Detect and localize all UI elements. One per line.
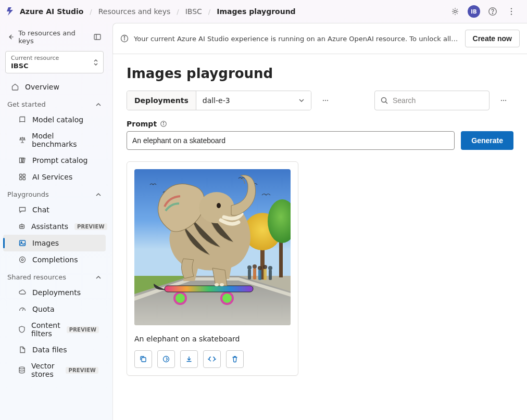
svg-point-23 bbox=[323, 100, 324, 101]
toolbar: Deployments dall-e-3 bbox=[127, 91, 513, 110]
svg-point-17 bbox=[20, 257, 26, 263]
svg-rect-6 bbox=[94, 34, 101, 40]
page-title: Images playground bbox=[127, 66, 513, 81]
breadcrumb-sep-icon: / bbox=[90, 8, 92, 16]
sidebar: To resources and keys Current resource I… bbox=[0, 23, 109, 420]
sidebar-item-deployments[interactable]: Deployments bbox=[3, 284, 106, 301]
svg-rect-15 bbox=[20, 240, 26, 246]
resource-label: Current resource bbox=[11, 55, 98, 61]
sidebar-item-vector-stores[interactable]: Vector stores PREVIEW bbox=[3, 358, 106, 382]
sidebar-section-title: Shared resources bbox=[7, 273, 66, 281]
svg-rect-9 bbox=[23, 174, 26, 177]
svg-point-44 bbox=[247, 265, 252, 270]
scales-icon bbox=[18, 135, 27, 145]
svg-point-54 bbox=[221, 292, 233, 304]
svg-rect-10 bbox=[20, 177, 22, 180]
sidebar-item-overview[interactable]: Overview bbox=[3, 79, 106, 95]
info-icon bbox=[120, 34, 129, 43]
sidebar-item-content-filters[interactable]: Content filters PREVIEW bbox=[3, 317, 106, 341]
breadcrumb-brand[interactable]: Azure AI Studio bbox=[20, 7, 83, 16]
sidebar-item-label: Images bbox=[32, 239, 59, 247]
svg-point-19 bbox=[19, 367, 24, 369]
svg-point-46 bbox=[253, 264, 257, 269]
svg-point-3 bbox=[511, 8, 512, 9]
image-icon bbox=[18, 238, 27, 248]
toolbar-more-button[interactable] bbox=[494, 91, 513, 110]
code-button[interactable] bbox=[203, 350, 221, 368]
copy-button[interactable] bbox=[134, 350, 152, 368]
sidebar-item-prompt-catalog[interactable]: Prompt catalog bbox=[3, 152, 106, 169]
svg-point-53 bbox=[174, 292, 186, 304]
result-card: An elephant on a skateboard bbox=[127, 161, 298, 376]
svg-point-50 bbox=[263, 265, 267, 269]
sidebar-section-playgrounds[interactable]: Playgrounds bbox=[0, 186, 109, 201]
breadcrumb-item[interactable]: IBSC bbox=[185, 7, 202, 16]
svg-rect-45 bbox=[253, 268, 256, 279]
sidebar-item-label: Overview bbox=[25, 83, 59, 91]
svg-point-60 bbox=[220, 283, 224, 286]
chevron-up-icon bbox=[95, 192, 102, 198]
deployment-value: dall-e-3 bbox=[203, 96, 230, 105]
sidebar-section-shared-resources[interactable]: Shared resources bbox=[0, 269, 109, 284]
download-button[interactable] bbox=[180, 350, 198, 368]
svg-rect-49 bbox=[264, 269, 267, 280]
deployment-selector[interactable]: Deployments dall-e-3 bbox=[127, 91, 311, 110]
svg-rect-47 bbox=[258, 270, 261, 280]
preview-badge: PREVIEW bbox=[66, 367, 98, 374]
generate-button[interactable]: Generate bbox=[461, 131, 513, 150]
topbar: Azure AI Studio / Resources and keys / I… bbox=[0, 0, 527, 23]
prompt-label: Prompt bbox=[127, 120, 157, 128]
svg-rect-61 bbox=[142, 358, 146, 362]
help-button[interactable] bbox=[484, 3, 501, 20]
prompt-input[interactable] bbox=[127, 131, 455, 150]
search-input[interactable] bbox=[374, 91, 490, 110]
svg-point-22 bbox=[124, 36, 125, 37]
sidebar-section-get-started[interactable]: Get started bbox=[0, 96, 109, 111]
arrow-left-icon bbox=[7, 33, 14, 41]
sidebar-item-quota[interactable]: Quota bbox=[3, 301, 106, 317]
svg-point-26 bbox=[382, 98, 386, 103]
sidebar-item-label: Assistants bbox=[31, 222, 68, 231]
search-field[interactable] bbox=[393, 96, 484, 105]
svg-point-5 bbox=[511, 14, 512, 15]
robot-icon bbox=[18, 222, 26, 231]
avatar[interactable]: IB bbox=[468, 5, 480, 18]
sidebar-item-chat[interactable]: Chat bbox=[3, 201, 106, 218]
generated-image bbox=[134, 169, 291, 325]
sidebar-item-label: Quota bbox=[32, 305, 55, 313]
azure-logo-icon bbox=[6, 7, 15, 16]
search-icon bbox=[380, 96, 388, 105]
sidebar-item-assistants[interactable]: Assistants PREVIEW bbox=[3, 218, 106, 235]
more-vertical-button[interactable] bbox=[503, 3, 520, 20]
database-icon bbox=[18, 365, 26, 375]
svg-rect-12 bbox=[20, 225, 24, 228]
breadcrumb-item[interactable]: Resources and keys bbox=[98, 7, 171, 16]
deployment-more-button[interactable] bbox=[316, 91, 335, 110]
completions-icon bbox=[18, 255, 27, 264]
settings-button[interactable] bbox=[447, 3, 463, 20]
back-label: To resources and keys bbox=[18, 29, 89, 45]
delete-button[interactable] bbox=[226, 350, 244, 368]
file-icon bbox=[18, 345, 27, 354]
sidebar-item-model-benchmarks[interactable]: Model benchmarks bbox=[3, 128, 106, 152]
chevron-up-icon bbox=[95, 274, 102, 281]
info-icon[interactable] bbox=[160, 120, 167, 128]
create-now-button[interactable]: Create now bbox=[465, 30, 520, 47]
sidebar-item-ai-services[interactable]: AI Services bbox=[3, 169, 106, 185]
sidebar-item-data-files[interactable]: Data files bbox=[3, 341, 106, 358]
sidebar-item-images[interactable]: Images bbox=[3, 235, 106, 251]
sidebar-item-completions[interactable]: Completions bbox=[3, 251, 106, 268]
regenerate-button[interactable] bbox=[157, 350, 175, 368]
resource-picker[interactable]: Current resource IBSC bbox=[5, 51, 104, 73]
sidebar-item-label: Data files bbox=[32, 346, 67, 354]
preview-badge: PREVIEW bbox=[67, 326, 99, 333]
deployment-dropdown[interactable]: dall-e-3 bbox=[196, 91, 311, 110]
back-to-resources[interactable]: To resources and keys bbox=[0, 25, 109, 49]
book-icon bbox=[18, 115, 27, 124]
library-icon bbox=[18, 156, 27, 165]
panel-toggle-icon[interactable] bbox=[93, 33, 102, 41]
sidebar-item-model-catalog[interactable]: Model catalog bbox=[3, 111, 106, 128]
sidebar-item-label: Deployments bbox=[32, 288, 81, 297]
svg-point-24 bbox=[325, 100, 326, 101]
sidebar-item-label: Model benchmarks bbox=[32, 132, 98, 148]
